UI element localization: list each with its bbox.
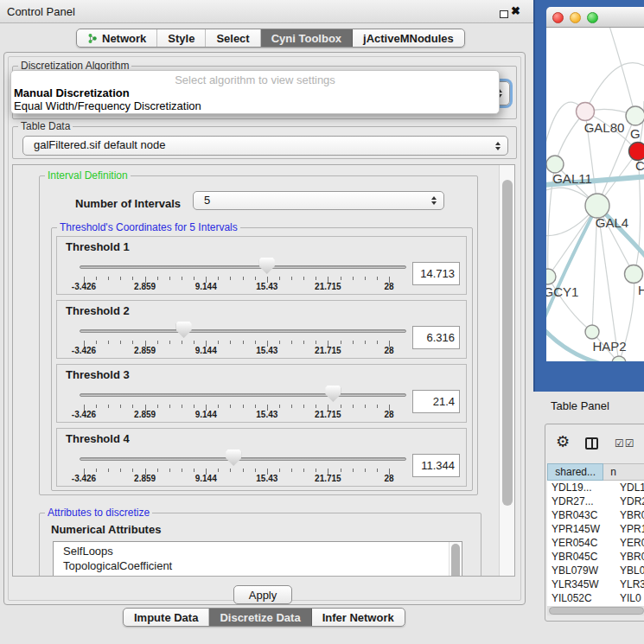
table-row[interactable]: YDL19...YDL1: [547, 481, 644, 494]
tab-label: Cyni Toolbox: [271, 31, 341, 46]
column-header-name[interactable]: n: [603, 463, 644, 481]
scrollbar-thumb[interactable]: [549, 607, 644, 615]
tab-label: Network: [102, 31, 146, 46]
cell-shared-name: YLR345W: [552, 577, 599, 591]
number-of-intervals-combobox[interactable]: 5: [193, 191, 444, 210]
tab-style[interactable]: Style: [157, 29, 206, 47]
tab-label: Infer Network: [322, 610, 394, 625]
slider-thumb[interactable]: [176, 322, 192, 338]
table-row[interactable]: YER054CYER0: [547, 536, 644, 550]
numerical-attributes-list[interactable]: SelfLoopsTopologicalCoefficientBetweenne…: [53, 541, 462, 577]
table-panel-title: Table Panel: [551, 399, 609, 412]
column-header-shared[interactable]: shared...: [547, 463, 603, 481]
attributes-list-scrollbar[interactable]: [449, 542, 461, 577]
cell-name: YLR3: [620, 577, 644, 591]
node-label-hap2: HAP2: [592, 339, 626, 354]
table-header-row: shared... n: [547, 463, 644, 481]
table-row[interactable]: YIL052CYIL0: [547, 591, 644, 605]
threshold-4-value-field[interactable]: 11.344: [412, 454, 460, 477]
tick-label: 15.43: [256, 282, 277, 291]
cell-shared-name: YBR045C: [552, 550, 597, 564]
float-window-icon[interactable]: [500, 10, 508, 18]
close-icon[interactable]: ✖: [511, 4, 520, 17]
node-top-right[interactable]: [626, 106, 644, 125]
slider-track[interactable]: [80, 393, 406, 397]
scrollbar-thumb[interactable]: [451, 544, 460, 577]
combo-arrows-icon: [431, 196, 437, 205]
tick-label: 2.859: [134, 346, 156, 355]
node-gal4[interactable]: [585, 194, 609, 218]
threshold-3-value-field[interactable]: 21.4: [412, 390, 460, 413]
tab-jactivemnodules[interactable]: jActiveMNodules: [353, 29, 464, 47]
cell-name: YBL0: [620, 564, 644, 577]
table-data-combobox[interactable]: galFiltered.sif default node: [22, 136, 508, 156]
slider-thumb[interactable]: [259, 258, 275, 274]
attribute-item-topologicalcoefficient[interactable]: TopologicalCoefficient: [54, 558, 462, 573]
threshold-label: Threshold 3: [66, 368, 130, 381]
thresholds-group: Threshold's Coordinates for 5 Intervals …: [51, 227, 473, 491]
node-pink[interactable]: [577, 103, 595, 121]
dropdown-item-manual-discretization[interactable]: Manual Discretization: [11, 86, 499, 99]
table-data-value: galFiltered.sif default node: [23, 137, 507, 154]
table-row[interactable]: YBR045CYBR0: [547, 550, 644, 564]
threshold-1-value-field[interactable]: 14.713: [412, 262, 460, 285]
tab-label: Style: [168, 31, 194, 46]
node-label-c: C: [635, 158, 644, 173]
cell-shared-name: YDL19...: [552, 481, 592, 494]
slider-track[interactable]: [80, 457, 406, 461]
tick-label: 15.43: [256, 474, 277, 483]
screenshot-root: Control Panel ✖ NetworkStyleSelectCyni T…: [0, 0, 644, 644]
table-row[interactable]: YDR27...YDR2: [547, 494, 644, 508]
bottom-tab-bar: Impute DataDiscretize DataInfer Network: [123, 608, 405, 627]
slider-track[interactable]: [80, 265, 406, 269]
table-row[interactable]: YPR145WYPR1: [547, 522, 644, 536]
network-edge: [548, 206, 597, 277]
horizontal-scrollbar[interactable]: [547, 606, 644, 615]
close-light-icon[interactable]: [552, 12, 564, 23]
tick-label: 2.859: [134, 474, 156, 483]
threshold-4-row: Threshold 4-3.4262.8599.14415.4321.71528…: [56, 428, 467, 487]
apply-button[interactable]: Apply: [233, 585, 292, 604]
panel-title: Control Panel: [7, 5, 75, 18]
cell-name: YER0: [620, 536, 644, 550]
tab-network[interactable]: Network: [77, 29, 157, 47]
checkbox-icon[interactable]: ☑☑: [615, 437, 635, 450]
node-label-g: G: [630, 126, 641, 141]
network-canvas[interactable]: GAL80GCGAL11GAL4GCY1HHAP2: [546, 28, 644, 361]
scrollbar-thumb[interactable]: [502, 180, 513, 506]
node-left-green[interactable]: [546, 156, 564, 173]
attribute-item-betweennesscentrality[interactable]: BetweennessCentrality: [54, 573, 462, 577]
node-gcy1[interactable]: [546, 269, 556, 284]
table-row[interactable]: YLR345WYLR3: [547, 577, 644, 591]
tab-impute-data[interactable]: Impute Data: [124, 609, 209, 626]
slider-thumb[interactable]: [226, 450, 241, 466]
attribute-item-selfloops[interactable]: SelfLoops: [54, 544, 462, 558]
tick-label: 28: [384, 474, 393, 483]
node-label-gal11: GAL11: [552, 171, 592, 186]
dropdown-item-equal-width-frequency[interactable]: Equal Width/Frequency Discretization: [11, 99, 499, 112]
tab-cyni-toolbox[interactable]: Cyni Toolbox: [261, 29, 353, 47]
cell-name: YDR2: [620, 494, 644, 508]
slider-thumb[interactable]: [325, 386, 341, 402]
tick-label: 2.859: [134, 282, 156, 291]
zoom-light-icon[interactable]: [587, 12, 598, 23]
network-window-titlebar[interactable]: [546, 7, 644, 28]
slider-track[interactable]: [80, 329, 406, 333]
vertical-scrollbar[interactable]: [499, 165, 514, 576]
table-rows: YDL19...YDL1YDR27...YDR2YBR043CYBR0YPR14…: [547, 481, 644, 606]
cell-shared-name: YPR145W: [552, 522, 600, 536]
node-right-h[interactable]: [625, 265, 643, 284]
threshold-2-value-field[interactable]: 6.316: [412, 326, 460, 349]
threshold-label: Threshold 4: [66, 432, 130, 445]
tab-discretize-data[interactable]: Discretize Data: [209, 609, 311, 626]
columns-icon[interactable]: [585, 437, 598, 450]
minimize-light-icon[interactable]: [570, 12, 581, 23]
tab-infer-network[interactable]: Infer Network: [312, 609, 405, 626]
tab-select[interactable]: Select: [206, 29, 260, 47]
node-hap2[interactable]: [585, 325, 599, 339]
top-tab-bar: NetworkStyleSelectCyni ToolboxjActiveMNo…: [76, 29, 465, 48]
table-row[interactable]: YBL079WYBL0: [547, 564, 644, 577]
gear-icon[interactable]: ⚙: [556, 432, 570, 451]
table-row[interactable]: YBR043CYBR0: [547, 508, 644, 522]
tick-label: 28: [384, 346, 393, 355]
